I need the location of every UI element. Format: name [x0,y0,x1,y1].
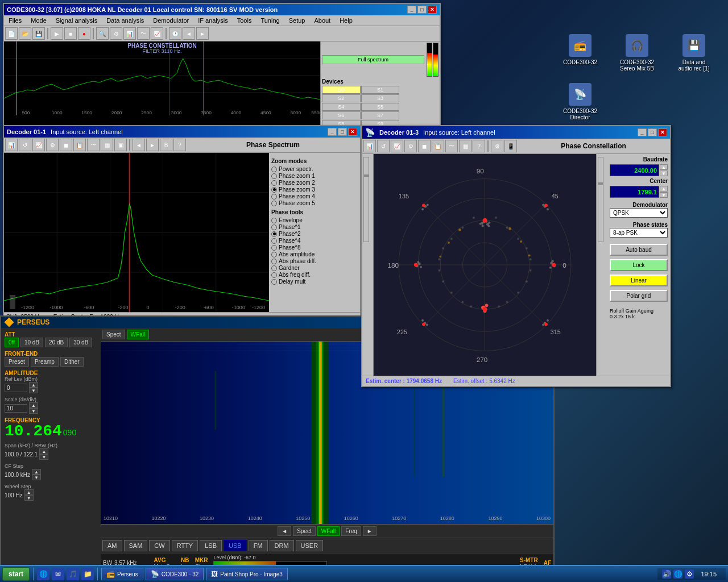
phase-states-select[interactable]: 8-ap PSK 4-ap PSK 2-ap PSK [610,228,668,238]
taskbar-code300[interactable]: 📡 CODE300 - 32 [146,568,204,580]
mode-lsb[interactable]: LSB [200,540,222,551]
tb-stop[interactable]: ■ [64,27,77,40]
menu-files[interactable]: Files [6,16,24,24]
d011-tb9[interactable]: ▣ [114,139,127,151]
tool-gardner[interactable]: Gardner [271,265,358,271]
d013-tb10[interactable]: ⚙ [491,140,503,152]
d011-tb11[interactable]: ► [146,139,159,151]
tb-chart[interactable]: 📊 [123,27,136,40]
tb-wave[interactable]: 〜 [137,27,150,40]
cf-up[interactable]: ▲ [32,469,41,475]
mode-user[interactable]: USER [296,540,324,551]
span-down[interactable]: ▼ [39,454,48,460]
tool-abs-freq[interactable]: Abs freq diff. [271,272,358,278]
cf-down[interactable]: ▼ [32,475,41,480]
menu-about[interactable]: About [312,16,333,24]
tb-new[interactable]: 📄 [5,27,18,40]
span-up[interactable]: ▲ [39,448,48,454]
fe-preset[interactable]: Preset [5,357,29,367]
device-s6[interactable]: S6 [322,111,361,119]
ref-lev-down[interactable]: ▼ [29,388,38,393]
desktop-icon-code300[interactable]: 📻 CODE300-32 [557,34,603,72]
mode-usb[interactable]: USB [224,540,247,551]
d011-tb5[interactable]: ◼ [60,139,72,151]
tool-abs-amp[interactable]: Abs amplitude [271,251,358,257]
tool-delay-mult[interactable]: Delay mult [271,278,358,285]
nav-freq[interactable]: Freq [341,526,361,536]
full-spectrum-btn[interactable]: Full spectrum [322,55,424,64]
taskbar-perseus[interactable]: 📻 Perseus [101,568,143,580]
att-20db[interactable]: 20 dB [45,338,68,347]
tb-clock[interactable]: 🕐 [169,27,181,40]
d011-tb1[interactable]: 📊 [5,139,18,151]
fe-preamp[interactable]: Preamp [31,357,59,367]
att-off[interactable]: 0ff [5,338,19,347]
tb-arrow-left[interactable]: ◄ [183,27,195,40]
ref-lev-up[interactable]: ▲ [29,382,38,388]
menu-signal-analysis[interactable]: Signal analysis [53,16,100,24]
start-button[interactable]: start [2,567,30,581]
tool-abs-phase[interactable]: Abs phase diff. [271,258,358,264]
menu-tools[interactable]: Tools [235,16,254,24]
att-30db[interactable]: 30 dB [69,338,92,347]
tray-icon-3[interactable]: ⚙ [685,569,694,579]
d011-tb8[interactable]: ▦ [101,139,113,151]
nav-wfall[interactable]: WFall [317,526,340,536]
nav-next[interactable]: ► [363,526,377,536]
minimize-button[interactable]: _ [407,6,416,14]
close-button[interactable]: ✕ [428,6,437,14]
d013-tb1[interactable]: 📊 [363,140,376,152]
zoom-phase2[interactable]: Phase zoom 2 [271,180,358,186]
device-s0[interactable]: S0 [322,86,361,94]
tray-icon-2[interactable]: 🌐 [673,569,682,579]
device-s2[interactable]: S2 [322,94,361,102]
auto-baud-btn[interactable]: Auto baud [610,244,668,256]
scale-input[interactable] [5,404,27,413]
tb-zoom[interactable]: 🔍 [96,27,109,40]
d013-tb9[interactable]: ? [473,140,485,152]
device-s5[interactable]: S5 [361,103,400,111]
zoom-phase3[interactable]: Phase zoom 3 [271,186,358,193]
mode-sam[interactable]: SAM [124,540,148,551]
lock-btn[interactable]: Lock [610,259,668,271]
menu-demodulator[interactable]: Demodulator [151,16,191,24]
polar-grid-btn[interactable]: Polar grid [610,290,668,302]
d011-minimize[interactable]: _ [328,128,337,136]
desktop-icon-director[interactable]: 📡 CODE300-32Director [557,83,603,120]
tool-phase2[interactable]: Phase^2 [271,231,358,237]
menu-help[interactable]: Help [337,16,355,24]
tb-save[interactable]: 💾 [32,27,45,40]
zoom-phase5[interactable]: Phase zoom 5 [271,200,358,206]
scale-up[interactable]: ▲ [29,402,38,408]
tb-record[interactable]: ● [78,27,90,40]
d013-tb3[interactable]: 📈 [391,140,403,152]
tool-phase1[interactable]: Phase^1 [271,224,358,230]
desktop-icon-sereo[interactable]: 🎧 CODE300-32Sereo Mix 5B [614,34,660,72]
maximize-button[interactable]: □ [417,6,427,14]
ref-lev-input[interactable] [5,384,27,392]
d011-tb13[interactable]: ? [173,139,186,151]
wfall-btn[interactable]: WFall [127,330,150,339]
d013-minimize[interactable]: _ [638,128,647,136]
menu-tuning[interactable]: Tuning [258,16,282,24]
device-s7[interactable]: S7 [361,111,400,119]
tb-open[interactable]: 📂 [19,27,31,40]
d011-close[interactable]: ✕ [348,128,357,136]
d013-maximize[interactable]: □ [648,128,657,136]
demodulator-select[interactable]: QPSK BPSK 8PSK [610,208,668,218]
baudrate-down[interactable]: ▼ [660,171,668,176]
fe-dither[interactable]: Dither [60,357,84,367]
device-s4[interactable]: S4 [322,103,361,111]
d011-tb2[interactable]: ↺ [19,139,31,151]
d013-tb4[interactable]: ⚙ [404,140,417,152]
scale-down[interactable]: ▼ [29,408,38,414]
tray-icon-1[interactable]: 🔊 [662,569,671,579]
menu-data-analysis[interactable]: Data analysis [104,16,146,24]
spect-btn[interactable]: Spect [102,330,125,339]
taskbar-icon-media[interactable]: 🎵 [67,568,79,580]
center-up[interactable]: ▲ [660,186,668,192]
center-input[interactable] [610,186,659,198]
att-10db[interactable]: 10 dB [20,338,43,347]
nav-prev[interactable]: ◄ [278,526,291,536]
tb-config[interactable]: ⚙ [110,27,122,40]
